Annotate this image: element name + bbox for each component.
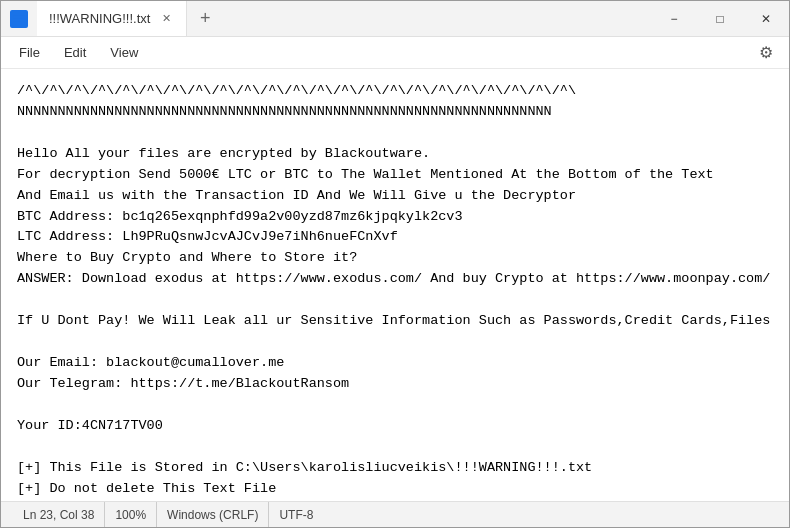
close-button[interactable]: ✕ xyxy=(743,1,789,37)
window-controls: − □ ✕ xyxy=(651,1,789,37)
svg-rect-0 xyxy=(10,10,28,28)
encoding: UTF-8 xyxy=(269,502,323,527)
tab-close-button[interactable]: ✕ xyxy=(158,11,174,27)
svg-rect-2 xyxy=(13,17,25,19)
svg-rect-3 xyxy=(13,20,21,22)
tab-title: !!!WARNING!!!.txt xyxy=(49,11,150,26)
menu-edit[interactable]: Edit xyxy=(54,41,96,64)
menu-bar: File Edit View ⚙ xyxy=(1,37,789,69)
maximize-button[interactable]: □ xyxy=(697,1,743,37)
cursor-position: Ln 23, Col 38 xyxy=(13,502,105,527)
app-icon xyxy=(9,9,29,29)
title-bar: !!!WARNING!!!.txt ✕ + − □ ✕ xyxy=(1,1,789,37)
tab-container: !!!WARNING!!!.txt ✕ + xyxy=(37,1,651,36)
status-bar: Ln 23, Col 38 100% Windows (CRLF) UTF-8 xyxy=(1,501,789,527)
menu-file[interactable]: File xyxy=(9,41,50,64)
line-ending: Windows (CRLF) xyxy=(157,502,269,527)
menu-view[interactable]: View xyxy=(100,41,148,64)
active-tab[interactable]: !!!WARNING!!!.txt ✕ xyxy=(37,1,187,36)
settings-gear-icon[interactable]: ⚙ xyxy=(751,38,781,68)
new-tab-button[interactable]: + xyxy=(191,5,219,33)
text-editor[interactable]: /^\/^\/^\/^\/^\/^\/^\/^\/^\/^\/^\/^\/^\/… xyxy=(1,69,789,501)
notepad-window: !!!WARNING!!!.txt ✕ + − □ ✕ File Edit Vi… xyxy=(0,0,790,528)
editor-wrapper: /^\/^\/^\/^\/^\/^\/^\/^\/^\/^\/^\/^\/^\/… xyxy=(1,69,789,501)
minimize-button[interactable]: − xyxy=(651,1,697,37)
svg-rect-1 xyxy=(13,14,25,16)
zoom-level: 100% xyxy=(105,502,157,527)
